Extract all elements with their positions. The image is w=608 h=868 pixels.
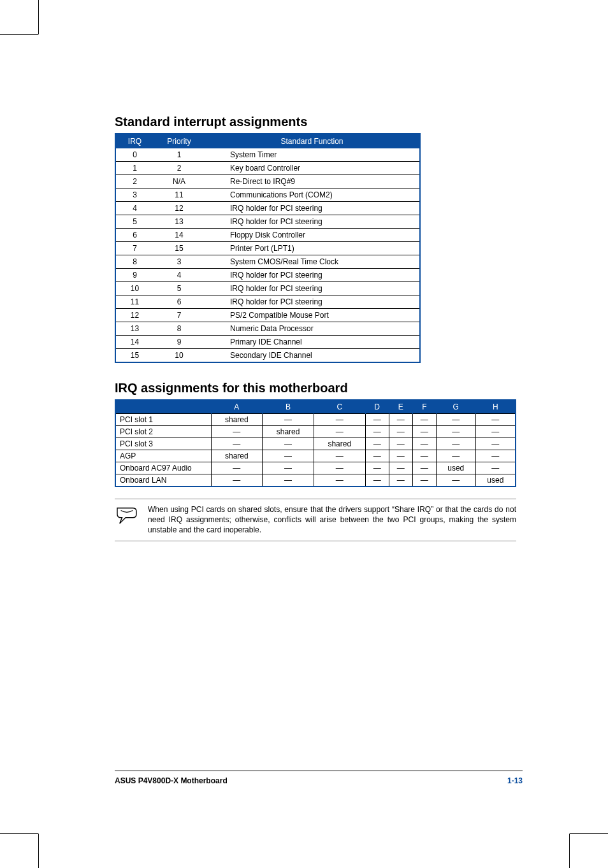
- cell-function: IRQ holder for PCI steering: [205, 215, 420, 229]
- cell-value: used: [436, 462, 475, 474]
- page-content: Standard interrupt assignments IRQ Prior…: [115, 115, 523, 541]
- table-row: Onboard AC97 Audio——————used—: [115, 462, 516, 474]
- cell-value: shared: [314, 438, 365, 450]
- cell-irq: 0: [115, 148, 154, 162]
- table-row: 412IRQ holder for PCI steering: [115, 202, 420, 215]
- table-row: PCI slot 2—shared——————: [115, 426, 516, 438]
- table-row: Onboard LAN———————used: [115, 474, 516, 487]
- cell-priority: 15: [154, 242, 205, 255]
- cell-value: —: [314, 462, 365, 474]
- cell-label: Onboard AC97 Audio: [115, 462, 211, 474]
- cell-value: —: [389, 438, 412, 450]
- table-row: 105IRQ holder for PCI steering: [115, 282, 420, 295]
- cell-priority: N/A: [154, 175, 205, 189]
- th-col-e: E: [389, 400, 412, 414]
- cell-function: IRQ holder for PCI steering: [205, 282, 420, 295]
- cell-function: Communications Port (COM2): [205, 189, 420, 202]
- cell-priority: 13: [154, 215, 205, 229]
- cell-function: PS/2 Compatible Mouse Port: [205, 309, 420, 322]
- cell-function: Floppy Disk Controller: [205, 229, 420, 242]
- cell-value: —: [211, 474, 263, 487]
- cell-priority: 4: [154, 269, 205, 282]
- cell-value: —: [412, 462, 436, 474]
- table-row: 513IRQ holder for PCI steering: [115, 215, 420, 229]
- cell-value: —: [475, 438, 516, 450]
- cell-value: —: [314, 474, 365, 487]
- table-row: PCI slot 1shared———————: [115, 414, 516, 426]
- cell-irq: 7: [115, 242, 154, 255]
- table-row: 83System CMOS/Real Time Clock: [115, 255, 420, 269]
- cell-irq: 3: [115, 189, 154, 202]
- cell-value: —: [412, 438, 436, 450]
- cell-priority: 1: [154, 148, 205, 162]
- cell-value: shared: [211, 414, 263, 426]
- table-row: 12Key board Controller: [115, 162, 420, 175]
- footer-product: ASUS P4V800D-X Motherboard: [115, 776, 228, 785]
- cell-value: —: [365, 426, 389, 438]
- cell-irq: 6: [115, 229, 154, 242]
- cell-function: IRQ holder for PCI steering: [205, 295, 420, 309]
- table-row: 614Floppy Disk Controller: [115, 229, 420, 242]
- table-row: 116IRQ holder for PCI steering: [115, 295, 420, 309]
- cell-function: Re-Direct to IRQ#9: [205, 175, 420, 189]
- cell-irq: 8: [115, 255, 154, 269]
- cell-value: —: [389, 450, 412, 462]
- th-priority: Priority: [154, 134, 205, 148]
- table-row: 01System Timer: [115, 148, 420, 162]
- cell-value: —: [314, 450, 365, 462]
- cell-value: —: [263, 414, 314, 426]
- cell-priority: 14: [154, 229, 205, 242]
- cell-irq: 14: [115, 336, 154, 349]
- table-row: 94IRQ holder for PCI steering: [115, 269, 420, 282]
- th-col-d: D: [365, 400, 389, 414]
- cell-function: Secondary IDE Channel: [205, 349, 420, 363]
- cell-function: IRQ holder for PCI steering: [205, 269, 420, 282]
- cell-value: —: [389, 414, 412, 426]
- table-row: 715Printer Port (LPT1): [115, 242, 420, 255]
- table-row: 138Numeric Data Processor: [115, 322, 420, 336]
- cell-irq: 13: [115, 322, 154, 336]
- cell-value: —: [389, 462, 412, 474]
- table-row: AGPshared———————: [115, 450, 516, 462]
- cell-label: PCI slot 1: [115, 414, 211, 426]
- cell-value: —: [365, 438, 389, 450]
- cell-priority: 12: [154, 202, 205, 215]
- cell-priority: 10: [154, 349, 205, 363]
- cell-function: Primary IDE Channel: [205, 336, 420, 349]
- th-blank: [115, 400, 211, 414]
- cell-priority: 5: [154, 282, 205, 295]
- cell-irq: 11: [115, 295, 154, 309]
- th-col-a: A: [211, 400, 263, 414]
- cell-irq: 12: [115, 309, 154, 322]
- cell-priority: 11: [154, 189, 205, 202]
- cell-value: —: [412, 474, 436, 487]
- cell-irq: 1: [115, 162, 154, 175]
- cell-label: PCI slot 2: [115, 426, 211, 438]
- heading-standard-interrupt: Standard interrupt assignments: [115, 115, 523, 129]
- note-box: When using PCI cards on shared slots, en…: [115, 499, 516, 541]
- cell-irq: 15: [115, 349, 154, 363]
- cell-function: System CMOS/Real Time Clock: [205, 255, 420, 269]
- cell-function: Numeric Data Processor: [205, 322, 420, 336]
- cell-value: —: [389, 426, 412, 438]
- cell-value: —: [412, 426, 436, 438]
- cell-value: —: [263, 438, 314, 450]
- cell-function: IRQ holder for PCI steering: [205, 202, 420, 215]
- crop-mark: [38, 0, 39, 34]
- table-row: 2N/ARe-Direct to IRQ#9: [115, 175, 420, 189]
- table-irq-assignments: ABCDEFGH PCI slot 1shared———————PCI slot…: [115, 399, 516, 487]
- cell-irq: 10: [115, 282, 154, 295]
- table-row: PCI slot 3——shared—————: [115, 438, 516, 450]
- cell-value: —: [365, 450, 389, 462]
- table-standard-interrupt: IRQ Priority Standard Function 01System …: [115, 133, 421, 363]
- cell-label: AGP: [115, 450, 211, 462]
- cell-function: System Timer: [205, 148, 420, 162]
- cell-value: —: [314, 426, 365, 438]
- note-icon: [115, 504, 139, 527]
- cell-value: shared: [263, 426, 314, 438]
- cell-priority: 2: [154, 162, 205, 175]
- cell-label: PCI slot 3: [115, 438, 211, 450]
- cell-value: —: [436, 450, 475, 462]
- cell-value: used: [475, 474, 516, 487]
- crop-mark: [0, 833, 38, 834]
